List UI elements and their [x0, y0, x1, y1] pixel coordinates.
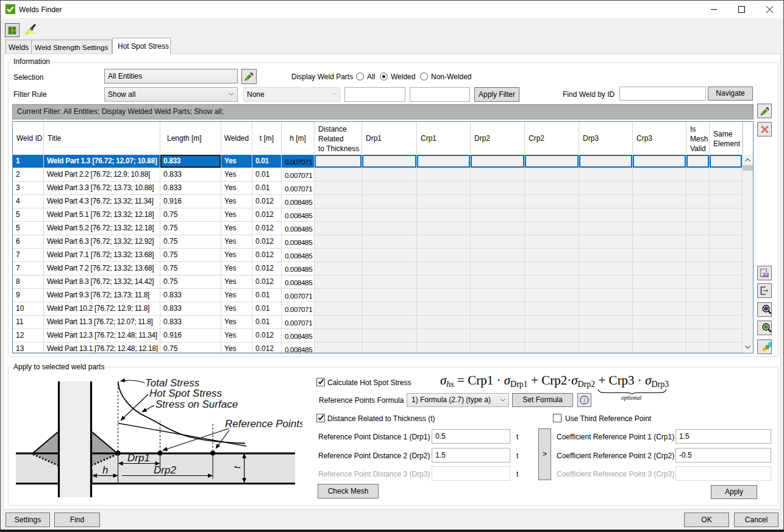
svg-text:i: i — [583, 397, 585, 403]
svg-text:Hot Spot Stress: Hot Spot Stress — [149, 388, 223, 399]
svg-text:h: h — [102, 464, 108, 476]
svg-text:Drp1: Drp1 — [127, 452, 150, 464]
svg-text:Stress on Surface: Stress on Surface — [155, 399, 238, 410]
svg-text:Drp2: Drp2 — [154, 464, 176, 476]
svg-text:Reference Points: Reference Points — [225, 418, 302, 430]
